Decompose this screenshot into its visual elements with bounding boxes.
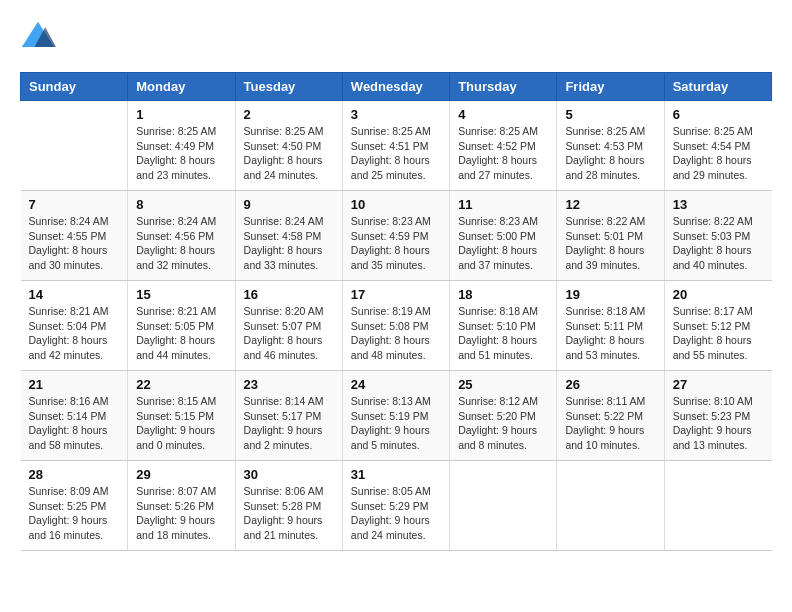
calendar-cell: 26Sunrise: 8:11 AM Sunset: 5:22 PM Dayli… [557, 371, 664, 461]
day-number: 2 [244, 107, 334, 122]
col-header-tuesday: Tuesday [235, 73, 342, 101]
calendar-cell: 21Sunrise: 8:16 AM Sunset: 5:14 PM Dayli… [21, 371, 128, 461]
day-number: 9 [244, 197, 334, 212]
calendar-cell: 31Sunrise: 8:05 AM Sunset: 5:29 PM Dayli… [342, 461, 449, 551]
col-header-thursday: Thursday [450, 73, 557, 101]
day-info: Sunrise: 8:19 AM Sunset: 5:08 PM Dayligh… [351, 304, 441, 363]
day-number: 20 [673, 287, 764, 302]
day-number: 5 [565, 107, 655, 122]
day-info: Sunrise: 8:25 AM Sunset: 4:53 PM Dayligh… [565, 124, 655, 183]
day-info: Sunrise: 8:25 AM Sunset: 4:54 PM Dayligh… [673, 124, 764, 183]
day-number: 15 [136, 287, 226, 302]
day-number: 23 [244, 377, 334, 392]
day-number: 6 [673, 107, 764, 122]
calendar-cell: 24Sunrise: 8:13 AM Sunset: 5:19 PM Dayli… [342, 371, 449, 461]
page-header [20, 20, 772, 56]
day-number: 22 [136, 377, 226, 392]
calendar-cell: 2Sunrise: 8:25 AM Sunset: 4:50 PM Daylig… [235, 101, 342, 191]
week-row-3: 14Sunrise: 8:21 AM Sunset: 5:04 PM Dayli… [21, 281, 772, 371]
calendar-cell [664, 461, 771, 551]
calendar-cell: 14Sunrise: 8:21 AM Sunset: 5:04 PM Dayli… [21, 281, 128, 371]
day-info: Sunrise: 8:25 AM Sunset: 4:50 PM Dayligh… [244, 124, 334, 183]
calendar-cell: 20Sunrise: 8:17 AM Sunset: 5:12 PM Dayli… [664, 281, 771, 371]
day-number: 12 [565, 197, 655, 212]
day-number: 27 [673, 377, 764, 392]
day-number: 4 [458, 107, 548, 122]
calendar-cell: 15Sunrise: 8:21 AM Sunset: 5:05 PM Dayli… [128, 281, 235, 371]
calendar-cell: 22Sunrise: 8:15 AM Sunset: 5:15 PM Dayli… [128, 371, 235, 461]
calendar-cell [557, 461, 664, 551]
day-number: 1 [136, 107, 226, 122]
col-header-friday: Friday [557, 73, 664, 101]
col-header-wednesday: Wednesday [342, 73, 449, 101]
calendar-cell: 27Sunrise: 8:10 AM Sunset: 5:23 PM Dayli… [664, 371, 771, 461]
calendar-cell: 3Sunrise: 8:25 AM Sunset: 4:51 PM Daylig… [342, 101, 449, 191]
week-row-2: 7Sunrise: 8:24 AM Sunset: 4:55 PM Daylig… [21, 191, 772, 281]
col-header-saturday: Saturday [664, 73, 771, 101]
day-info: Sunrise: 8:17 AM Sunset: 5:12 PM Dayligh… [673, 304, 764, 363]
day-info: Sunrise: 8:10 AM Sunset: 5:23 PM Dayligh… [673, 394, 764, 453]
day-info: Sunrise: 8:23 AM Sunset: 4:59 PM Dayligh… [351, 214, 441, 273]
day-number: 21 [29, 377, 120, 392]
calendar-cell: 17Sunrise: 8:19 AM Sunset: 5:08 PM Dayli… [342, 281, 449, 371]
calendar-cell: 28Sunrise: 8:09 AM Sunset: 5:25 PM Dayli… [21, 461, 128, 551]
day-info: Sunrise: 8:21 AM Sunset: 5:05 PM Dayligh… [136, 304, 226, 363]
day-info: Sunrise: 8:11 AM Sunset: 5:22 PM Dayligh… [565, 394, 655, 453]
calendar-cell: 13Sunrise: 8:22 AM Sunset: 5:03 PM Dayli… [664, 191, 771, 281]
day-info: Sunrise: 8:09 AM Sunset: 5:25 PM Dayligh… [29, 484, 120, 543]
day-number: 16 [244, 287, 334, 302]
day-info: Sunrise: 8:06 AM Sunset: 5:28 PM Dayligh… [244, 484, 334, 543]
day-info: Sunrise: 8:22 AM Sunset: 5:01 PM Dayligh… [565, 214, 655, 273]
day-number: 10 [351, 197, 441, 212]
day-info: Sunrise: 8:23 AM Sunset: 5:00 PM Dayligh… [458, 214, 548, 273]
calendar-cell: 29Sunrise: 8:07 AM Sunset: 5:26 PM Dayli… [128, 461, 235, 551]
day-info: Sunrise: 8:20 AM Sunset: 5:07 PM Dayligh… [244, 304, 334, 363]
calendar-cell: 9Sunrise: 8:24 AM Sunset: 4:58 PM Daylig… [235, 191, 342, 281]
calendar-cell [21, 101, 128, 191]
day-info: Sunrise: 8:25 AM Sunset: 4:49 PM Dayligh… [136, 124, 226, 183]
day-number: 28 [29, 467, 120, 482]
day-info: Sunrise: 8:15 AM Sunset: 5:15 PM Dayligh… [136, 394, 226, 453]
day-info: Sunrise: 8:07 AM Sunset: 5:26 PM Dayligh… [136, 484, 226, 543]
day-info: Sunrise: 8:13 AM Sunset: 5:19 PM Dayligh… [351, 394, 441, 453]
day-info: Sunrise: 8:24 AM Sunset: 4:55 PM Dayligh… [29, 214, 120, 273]
calendar-cell: 5Sunrise: 8:25 AM Sunset: 4:53 PM Daylig… [557, 101, 664, 191]
day-number: 18 [458, 287, 548, 302]
calendar-cell: 25Sunrise: 8:12 AM Sunset: 5:20 PM Dayli… [450, 371, 557, 461]
day-number: 14 [29, 287, 120, 302]
calendar-cell: 12Sunrise: 8:22 AM Sunset: 5:01 PM Dayli… [557, 191, 664, 281]
calendar-cell [450, 461, 557, 551]
day-number: 8 [136, 197, 226, 212]
day-number: 29 [136, 467, 226, 482]
day-info: Sunrise: 8:05 AM Sunset: 5:29 PM Dayligh… [351, 484, 441, 543]
day-number: 25 [458, 377, 548, 392]
logo-icon [20, 20, 56, 56]
calendar-cell: 6Sunrise: 8:25 AM Sunset: 4:54 PM Daylig… [664, 101, 771, 191]
day-info: Sunrise: 8:25 AM Sunset: 4:51 PM Dayligh… [351, 124, 441, 183]
calendar-cell: 30Sunrise: 8:06 AM Sunset: 5:28 PM Dayli… [235, 461, 342, 551]
day-info: Sunrise: 8:22 AM Sunset: 5:03 PM Dayligh… [673, 214, 764, 273]
day-number: 11 [458, 197, 548, 212]
day-info: Sunrise: 8:12 AM Sunset: 5:20 PM Dayligh… [458, 394, 548, 453]
week-row-5: 28Sunrise: 8:09 AM Sunset: 5:25 PM Dayli… [21, 461, 772, 551]
day-info: Sunrise: 8:24 AM Sunset: 4:58 PM Dayligh… [244, 214, 334, 273]
day-info: Sunrise: 8:16 AM Sunset: 5:14 PM Dayligh… [29, 394, 120, 453]
calendar-cell: 16Sunrise: 8:20 AM Sunset: 5:07 PM Dayli… [235, 281, 342, 371]
day-info: Sunrise: 8:18 AM Sunset: 5:10 PM Dayligh… [458, 304, 548, 363]
calendar-cell: 8Sunrise: 8:24 AM Sunset: 4:56 PM Daylig… [128, 191, 235, 281]
calendar-cell: 7Sunrise: 8:24 AM Sunset: 4:55 PM Daylig… [21, 191, 128, 281]
logo [20, 20, 60, 56]
calendar-table: SundayMondayTuesdayWednesdayThursdayFrid… [20, 72, 772, 551]
day-info: Sunrise: 8:24 AM Sunset: 4:56 PM Dayligh… [136, 214, 226, 273]
calendar-cell: 4Sunrise: 8:25 AM Sunset: 4:52 PM Daylig… [450, 101, 557, 191]
day-number: 24 [351, 377, 441, 392]
col-header-monday: Monday [128, 73, 235, 101]
calendar-cell: 11Sunrise: 8:23 AM Sunset: 5:00 PM Dayli… [450, 191, 557, 281]
col-header-sunday: Sunday [21, 73, 128, 101]
day-number: 3 [351, 107, 441, 122]
calendar-cell: 10Sunrise: 8:23 AM Sunset: 4:59 PM Dayli… [342, 191, 449, 281]
calendar-cell: 23Sunrise: 8:14 AM Sunset: 5:17 PM Dayli… [235, 371, 342, 461]
day-number: 26 [565, 377, 655, 392]
week-row-4: 21Sunrise: 8:16 AM Sunset: 5:14 PM Dayli… [21, 371, 772, 461]
day-number: 30 [244, 467, 334, 482]
